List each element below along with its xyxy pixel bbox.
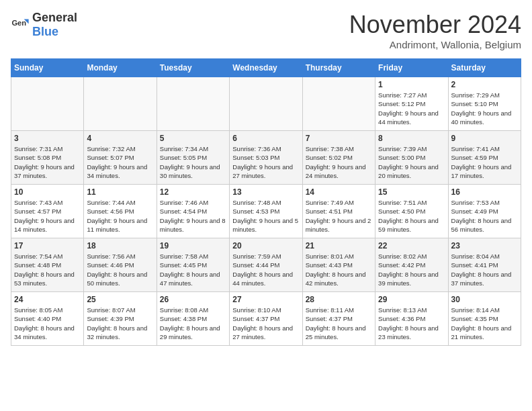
calendar-cell: 8Sunrise: 7:39 AM Sunset: 5:00 PM Daylig…	[375, 131, 448, 185]
day-number: 27	[232, 295, 299, 304]
day-info: Sunrise: 7:38 AM Sunset: 5:02 PM Dayligh…	[306, 144, 372, 180]
day-info: Sunrise: 7:49 AM Sunset: 4:51 PM Dayligh…	[306, 198, 372, 234]
day-info: Sunrise: 8:14 AM Sunset: 4:35 PM Dayligh…	[451, 306, 518, 341]
day-number: 25	[87, 295, 153, 304]
calendar-cell	[84, 77, 157, 131]
day-number: 19	[160, 241, 226, 250]
day-number: 15	[378, 187, 445, 197]
day-number: 1	[378, 80, 445, 89]
calendar-cell: 28Sunrise: 8:11 AM Sunset: 4:37 PM Dayli…	[302, 292, 375, 346]
calendar-table: SundayMondayTuesdayWednesdayThursdayFrid…	[11, 58, 521, 346]
day-header-saturday: Saturday	[448, 59, 521, 77]
day-number: 11	[87, 187, 153, 197]
day-number: 29	[378, 295, 445, 304]
calendar-cell: 12Sunrise: 7:46 AM Sunset: 4:54 PM Dayli…	[157, 185, 229, 238]
logo: Gen General Blue	[11, 11, 77, 39]
calendar-cell: 30Sunrise: 8:14 AM Sunset: 4:35 PM Dayli…	[448, 292, 521, 346]
day-info: Sunrise: 7:53 AM Sunset: 4:49 PM Dayligh…	[451, 198, 518, 234]
day-info: Sunrise: 7:54 AM Sunset: 4:48 PM Dayligh…	[14, 252, 81, 287]
day-header-sunday: Sunday	[11, 59, 84, 77]
calendar-cell: 5Sunrise: 7:34 AM Sunset: 5:05 PM Daylig…	[157, 131, 229, 185]
day-number: 8	[378, 134, 445, 143]
calendar-cell	[302, 77, 375, 131]
day-number: 6	[232, 134, 299, 143]
day-info: Sunrise: 7:39 AM Sunset: 5:00 PM Dayligh…	[378, 144, 445, 180]
day-number: 9	[451, 134, 518, 143]
day-info: Sunrise: 8:07 AM Sunset: 4:39 PM Dayligh…	[87, 306, 153, 341]
logo-text-blue: Blue	[32, 25, 58, 38]
calendar-cell: 13Sunrise: 7:48 AM Sunset: 4:53 PM Dayli…	[230, 185, 302, 238]
calendar-cell: 19Sunrise: 7:58 AM Sunset: 4:45 PM Dayli…	[157, 238, 229, 292]
calendar-cell: 9Sunrise: 7:41 AM Sunset: 4:59 PM Daylig…	[448, 131, 521, 185]
day-number: 18	[87, 241, 153, 250]
calendar-cell: 1Sunrise: 7:27 AM Sunset: 5:12 PM Daylig…	[375, 77, 448, 131]
week-row-2: 3Sunrise: 7:31 AM Sunset: 5:08 PM Daylig…	[11, 131, 521, 185]
calendar-cell: 29Sunrise: 8:13 AM Sunset: 4:36 PM Dayli…	[375, 292, 448, 346]
calendar-cell: 4Sunrise: 7:32 AM Sunset: 5:07 PM Daylig…	[84, 131, 157, 185]
day-number: 17	[14, 241, 81, 250]
calendar-cell	[230, 77, 302, 131]
day-info: Sunrise: 7:58 AM Sunset: 4:45 PM Dayligh…	[160, 252, 226, 287]
calendar-cell	[157, 77, 229, 131]
calendar-cell: 2Sunrise: 7:29 AM Sunset: 5:10 PM Daylig…	[448, 77, 521, 131]
day-info: Sunrise: 8:01 AM Sunset: 4:43 PM Dayligh…	[306, 252, 372, 287]
day-header-tuesday: Tuesday	[157, 59, 229, 77]
week-row-3: 10Sunrise: 7:43 AM Sunset: 4:57 PM Dayli…	[11, 185, 521, 238]
week-row-5: 24Sunrise: 8:05 AM Sunset: 4:40 PM Dayli…	[11, 292, 521, 346]
day-number: 23	[451, 241, 518, 250]
day-info: Sunrise: 7:31 AM Sunset: 5:08 PM Dayligh…	[14, 144, 81, 180]
page-header: Gen General Blue November 2024 Andrimont…	[11, 11, 521, 50]
day-info: Sunrise: 7:29 AM Sunset: 5:10 PM Dayligh…	[451, 91, 518, 126]
calendar-cell: 14Sunrise: 7:49 AM Sunset: 4:51 PM Dayli…	[302, 185, 375, 238]
calendar-cell: 17Sunrise: 7:54 AM Sunset: 4:48 PM Dayli…	[11, 238, 84, 292]
day-number: 14	[306, 187, 372, 197]
day-info: Sunrise: 8:04 AM Sunset: 4:41 PM Dayligh…	[451, 252, 518, 287]
day-info: Sunrise: 8:11 AM Sunset: 4:37 PM Dayligh…	[306, 306, 372, 341]
day-info: Sunrise: 8:02 AM Sunset: 4:42 PM Dayligh…	[378, 252, 445, 287]
calendar-cell: 7Sunrise: 7:38 AM Sunset: 5:02 PM Daylig…	[302, 131, 375, 185]
svg-text:Gen: Gen	[11, 19, 26, 27]
calendar-cell: 25Sunrise: 8:07 AM Sunset: 4:39 PM Dayli…	[84, 292, 157, 346]
day-number: 21	[306, 241, 372, 250]
calendar-cell: 3Sunrise: 7:31 AM Sunset: 5:08 PM Daylig…	[11, 131, 84, 185]
day-info: Sunrise: 7:41 AM Sunset: 4:59 PM Dayligh…	[451, 144, 518, 180]
day-info: Sunrise: 7:43 AM Sunset: 4:57 PM Dayligh…	[14, 198, 81, 234]
day-info: Sunrise: 8:05 AM Sunset: 4:40 PM Dayligh…	[14, 306, 81, 341]
calendar-cell: 24Sunrise: 8:05 AM Sunset: 4:40 PM Dayli…	[11, 292, 84, 346]
day-number: 22	[378, 241, 445, 250]
calendar-cell: 27Sunrise: 8:10 AM Sunset: 4:37 PM Dayli…	[230, 292, 302, 346]
week-row-4: 17Sunrise: 7:54 AM Sunset: 4:48 PM Dayli…	[11, 238, 521, 292]
day-info: Sunrise: 7:34 AM Sunset: 5:05 PM Dayligh…	[160, 144, 226, 180]
day-number: 10	[14, 187, 81, 197]
title-area: November 2024 Andrimont, Wallonia, Belgi…	[349, 11, 521, 50]
day-info: Sunrise: 7:59 AM Sunset: 4:44 PM Dayligh…	[232, 252, 299, 287]
day-number: 3	[14, 134, 81, 143]
day-info: Sunrise: 7:48 AM Sunset: 4:53 PM Dayligh…	[232, 198, 299, 234]
day-number: 7	[306, 134, 372, 143]
day-number: 24	[14, 295, 81, 304]
logo-icon: Gen	[11, 15, 30, 34]
day-number: 13	[232, 187, 299, 197]
day-number: 28	[306, 295, 372, 304]
day-number: 4	[87, 134, 153, 143]
day-number: 2	[451, 80, 518, 89]
calendar-cell: 15Sunrise: 7:51 AM Sunset: 4:50 PM Dayli…	[375, 185, 448, 238]
week-row-1: 1Sunrise: 7:27 AM Sunset: 5:12 PM Daylig…	[11, 77, 521, 131]
day-number: 30	[451, 295, 518, 304]
day-header-wednesday: Wednesday	[230, 59, 302, 77]
day-info: Sunrise: 8:10 AM Sunset: 4:37 PM Dayligh…	[232, 306, 299, 341]
day-info: Sunrise: 8:13 AM Sunset: 4:36 PM Dayligh…	[378, 306, 445, 341]
calendar-cell: 10Sunrise: 7:43 AM Sunset: 4:57 PM Dayli…	[11, 185, 84, 238]
day-info: Sunrise: 7:56 AM Sunset: 4:46 PM Dayligh…	[87, 252, 153, 287]
day-number: 5	[160, 134, 226, 143]
day-info: Sunrise: 7:44 AM Sunset: 4:56 PM Dayligh…	[87, 198, 153, 234]
day-header-thursday: Thursday	[302, 59, 375, 77]
day-info: Sunrise: 7:32 AM Sunset: 5:07 PM Dayligh…	[87, 144, 153, 180]
day-info: Sunrise: 7:27 AM Sunset: 5:12 PM Dayligh…	[378, 91, 445, 126]
logo-text-general: General	[32, 11, 77, 24]
calendar-cell: 23Sunrise: 8:04 AM Sunset: 4:41 PM Dayli…	[448, 238, 521, 292]
day-info: Sunrise: 8:08 AM Sunset: 4:38 PM Dayligh…	[160, 306, 226, 341]
day-info: Sunrise: 7:36 AM Sunset: 5:03 PM Dayligh…	[232, 144, 299, 180]
calendar-cell: 20Sunrise: 7:59 AM Sunset: 4:44 PM Dayli…	[230, 238, 302, 292]
calendar-cell	[11, 77, 84, 131]
